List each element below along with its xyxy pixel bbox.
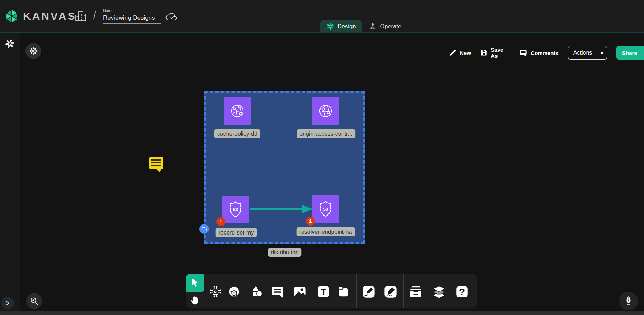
layers-icon (431, 284, 447, 300)
drawer-icon (408, 284, 424, 300)
save-as-button[interactable]: Save As (480, 47, 510, 59)
dock-divider (403, 274, 404, 308)
cloudfront-globe-icon (228, 102, 247, 120)
group-select-handle[interactable] (199, 224, 209, 234)
node-label[interactable]: origin-access-contr... (297, 129, 355, 138)
actions-button[interactable]: Actions (568, 46, 597, 59)
hand-icon (190, 295, 200, 306)
edge-tool[interactable] (360, 283, 377, 300)
svg-text:?: ? (459, 287, 465, 297)
canvas-toolbar: New Save As Comments Actions (449, 46, 644, 60)
node-label[interactable]: cache-policy-dd (214, 129, 260, 138)
canvas-widgets-button[interactable] (25, 43, 41, 59)
design-pen-button[interactable] (619, 292, 638, 310)
svg-text:53: 53 (233, 207, 238, 212)
chevron-down-icon (600, 52, 604, 54)
design-swirl-icon (327, 23, 334, 30)
node-origin-access-control[interactable] (312, 97, 339, 125)
cursor-icon (190, 278, 199, 288)
logo-text: KANVAS (23, 10, 76, 22)
text-icon: T (316, 284, 331, 299)
kubernetes-wheel-icon (226, 284, 242, 300)
left-sidebar (0, 33, 20, 311)
design-name-input[interactable] (103, 14, 161, 24)
share-button[interactable]: Share (616, 46, 643, 60)
group-label[interactable]: distribution (268, 248, 301, 257)
zoom-in-button[interactable] (26, 293, 42, 309)
dock-divider (356, 274, 357, 308)
comments-label: Comments (531, 50, 559, 56)
comment-bubble-icon (270, 284, 285, 299)
node-label[interactable]: record-set-my (216, 228, 257, 237)
breadcrumb-separator: / (93, 10, 96, 21)
mode-tabs: Design Operate (320, 20, 408, 32)
meshery-swirl-icon[interactable] (5, 39, 15, 50)
dock-divider (204, 274, 204, 308)
pen-nib-icon (623, 295, 634, 307)
header: KANVAS / Name (0, 0, 644, 33)
node-record-set[interactable]: 53 (222, 196, 249, 223)
freehand-pencil-icon (383, 284, 398, 299)
pencil-icon (449, 49, 457, 57)
tool-dock: T (186, 274, 477, 308)
organization-icon[interactable] (74, 9, 88, 24)
cloudfront-globe-icon (316, 102, 335, 120)
component-chip-icon (208, 284, 223, 299)
layers-tool[interactable] (431, 283, 447, 300)
share-split-button[interactable]: Share (616, 46, 644, 60)
selection-rect-icon (202, 227, 207, 231)
error-badge[interactable]: 1 (306, 217, 315, 226)
new-button[interactable]: New (449, 49, 471, 57)
component-tool[interactable] (207, 283, 224, 300)
dock-divider (246, 274, 246, 308)
comments-icon (519, 49, 527, 57)
question-mark-icon: ? (454, 284, 470, 299)
comment-tool[interactable] (269, 283, 286, 300)
edge-record-to-resolver[interactable] (249, 204, 314, 214)
comment-pin-icon[interactable] (149, 157, 164, 173)
actions-split-button[interactable]: Actions (568, 46, 607, 60)
media-tool[interactable] (291, 283, 308, 300)
note-tool[interactable] (335, 283, 352, 300)
shapes-icon (249, 284, 264, 299)
tab-operate[interactable]: Operate (362, 20, 408, 32)
new-label: New (460, 50, 471, 56)
name-field-label: Name (103, 9, 161, 13)
image-icon (292, 284, 307, 299)
route53-shield-icon: 53 (226, 200, 245, 219)
error-badge[interactable]: 1 (216, 217, 225, 226)
sidebar-expand-button[interactable] (1, 297, 14, 309)
cloud-sync-icon (165, 11, 178, 24)
tab-design[interactable]: Design (320, 20, 362, 32)
kanvas-logo-icon (4, 9, 19, 24)
kubernetes-tool[interactable] (226, 283, 242, 300)
save-as-label: Save As (491, 47, 510, 59)
text-tool[interactable]: T (315, 283, 332, 300)
shapes-tool[interactable] (248, 283, 265, 300)
flower-icon (29, 47, 37, 55)
tab-design-label: Design (337, 23, 356, 30)
node-label[interactable]: resolver-endpoint-na (297, 227, 355, 236)
route53-shield-icon: 53 (316, 200, 335, 218)
help-tool[interactable]: ? (454, 283, 470, 300)
kanvas-logo[interactable]: KANVAS (4, 9, 76, 24)
design-name-field: Name (103, 9, 161, 24)
cursor-tool[interactable] (186, 274, 204, 292)
svg-text:T: T (321, 287, 326, 297)
note-icon (336, 284, 351, 299)
operate-person-icon (369, 22, 377, 31)
tab-operate-label: Operate (380, 23, 401, 30)
actions-dropdown-button[interactable] (597, 46, 607, 59)
svg-text:53: 53 (323, 207, 328, 212)
magnifier-plus-icon (29, 296, 39, 306)
pan-tool[interactable] (188, 294, 201, 307)
bottom-strip (0, 311, 644, 315)
chevron-right-icon (5, 301, 10, 306)
node-resolver-endpoint[interactable]: 53 (312, 195, 339, 223)
edge-pen-icon (361, 284, 376, 299)
drawer-tool[interactable] (407, 283, 424, 300)
comments-button[interactable]: Comments (519, 49, 559, 57)
kanvas-app: KANVAS / Name (0, 0, 644, 315)
draw-tool[interactable] (382, 283, 399, 300)
node-cache-policy[interactable] (224, 97, 251, 125)
